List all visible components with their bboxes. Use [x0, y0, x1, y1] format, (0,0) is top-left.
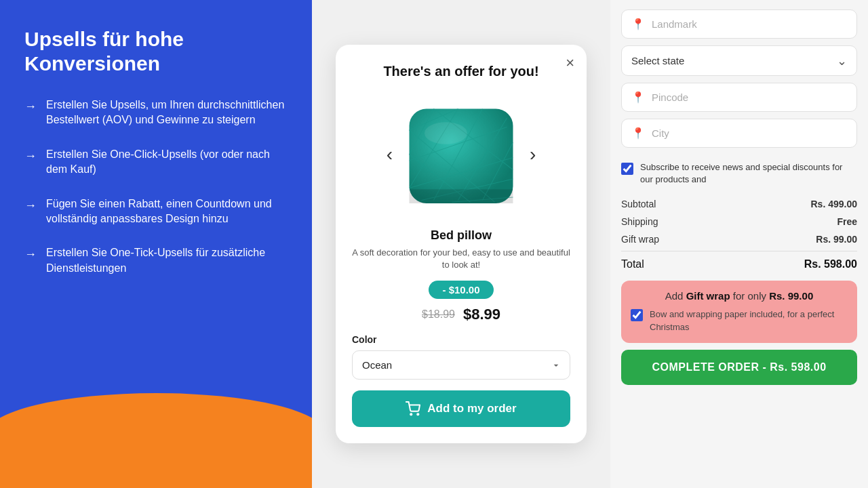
- total-value: Rs. 598.00: [804, 258, 857, 270]
- product-description: A soft decoration for your bed, easy to …: [352, 247, 570, 271]
- discount-pill: - $10.00: [429, 281, 493, 299]
- complete-order-button[interactable]: COMPLETE ORDER - Rs. 598.00: [621, 350, 857, 385]
- product-image: [397, 90, 526, 219]
- landmark-input[interactable]: [652, 18, 847, 30]
- landmark-field-group: 📍: [621, 9, 857, 39]
- feature-text: Erstellen Sie Upsells, um Ihren durchsch…: [46, 98, 288, 128]
- gift-for-text: for only: [733, 290, 769, 302]
- left-panel: Upsells für hohe Konversionen →Erstellen…: [0, 0, 312, 488]
- svg-rect-16: [410, 189, 513, 203]
- modal-title: There's an offer for you!: [352, 64, 570, 79]
- feature-text: Erstellen Sie One-Click-Upsells (vor ode…: [46, 147, 288, 178]
- cart-icon: [406, 401, 420, 416]
- subtotal-row: Subtotal Rs. 499.00: [621, 195, 857, 213]
- svg-point-14: [425, 122, 467, 144]
- feature-list: →Erstellen Sie Upsells, um Ihren durchsc…: [24, 98, 288, 276]
- subtotal-value: Rs. 499.00: [811, 199, 858, 209]
- add-to-order-label: Add to my order: [427, 402, 516, 415]
- state-select[interactable]: Select stateMaharashtraDelhiKarnatakaTam…: [631, 46, 837, 75]
- location-icon: 📍: [631, 18, 645, 30]
- gift-checkbox-text: Bow and wrapping paper included, for a p…: [650, 308, 848, 333]
- next-button[interactable]: ›: [526, 144, 540, 165]
- color-select[interactable]: OceanBlueGreenRed: [352, 350, 570, 380]
- product-name: Bed pillow: [352, 228, 570, 243]
- right-panel: 📍 Select stateMaharashtraDelhiKarnatakaT…: [610, 0, 868, 488]
- price-row: $18.99 $8.99: [352, 306, 570, 323]
- prev-button[interactable]: ‹: [382, 144, 397, 165]
- subscribe-checkbox[interactable]: [621, 163, 633, 175]
- close-button[interactable]: ×: [566, 56, 574, 70]
- total-row: Total Rs. 598.00: [621, 251, 857, 274]
- discount-badge: - $10.00: [352, 281, 570, 299]
- shipping-value: Free: [837, 216, 857, 227]
- shipping-row: Shipping Free: [621, 213, 857, 230]
- feature-text: Erstellen Sie One-Tick-Upsells für zusät…: [46, 245, 288, 276]
- gift-banner-bottom: Bow and wrapping paper included, for a p…: [631, 308, 848, 333]
- city-field-group: 📍: [621, 119, 857, 148]
- total-label: Total: [621, 258, 644, 270]
- arrow-icon: →: [24, 148, 37, 165]
- modal-card: × There's an offer for you! ‹: [336, 45, 587, 443]
- original-price: $18.99: [422, 308, 455, 321]
- feature-item: →Erstellen Sie One-Tick-Upsells für zusä…: [24, 245, 288, 276]
- location-icon-2: 📍: [631, 91, 645, 104]
- gift-checkbox[interactable]: [631, 309, 643, 321]
- arrow-icon: →: [24, 98, 37, 115]
- gift-bold-text: Gift wrap: [686, 290, 730, 302]
- shipping-label: Shipping: [621, 216, 658, 227]
- feature-item: →Erstellen Sie One-Click-Upsells (vor od…: [24, 147, 288, 178]
- location-icon-3: 📍: [631, 127, 645, 140]
- chevron-down-icon: ⌄: [837, 54, 847, 68]
- feature-item: →Erstellen Sie Upsells, um Ihren durchsc…: [24, 98, 288, 128]
- current-price: $8.99: [463, 306, 500, 323]
- svg-point-18: [418, 413, 419, 415]
- carousel-area: ‹: [352, 90, 570, 219]
- color-label: Color: [352, 334, 570, 345]
- svg-point-17: [410, 413, 412, 415]
- color-section: Color OceanBlueGreenRed: [352, 334, 570, 380]
- feature-item: →Fügen Sie einen Rabatt, einen Countdown…: [24, 197, 288, 227]
- order-summary: Subtotal Rs. 499.00 Shipping Free Gift w…: [610, 192, 868, 281]
- add-to-order-button[interactable]: Add to my order: [352, 390, 570, 427]
- gift-banner: Add Gift wrap for only Rs. 99.00 Bow and…: [621, 281, 857, 342]
- gift-wrap-value: Rs. 99.00: [816, 234, 857, 245]
- arrow-icon: →: [24, 246, 37, 263]
- city-input[interactable]: [652, 127, 847, 139]
- subscribe-row: Subscribe to receive news and special di…: [610, 155, 868, 192]
- subscribe-text: Subscribe to receive news and special di…: [640, 161, 857, 186]
- middle-panel: × There's an offer for you! ‹: [312, 0, 610, 488]
- feature-text: Fügen Sie einen Rabatt, einen Countdown …: [46, 197, 288, 227]
- gift-wrap-label: Gift wrap: [621, 234, 659, 245]
- pincode-input[interactable]: [652, 92, 847, 103]
- gift-wrap-row: Gift wrap Rs. 99.00: [621, 230, 857, 248]
- gift-add-text: Add: [665, 290, 686, 302]
- subtotal-label: Subtotal: [621, 199, 656, 209]
- state-select-group: Select stateMaharashtraDelhiKarnatakaTam…: [621, 45, 857, 76]
- form-section: 📍 Select stateMaharashtraDelhiKarnatakaT…: [610, 0, 868, 155]
- gift-banner-title: Add Gift wrap for only Rs. 99.00: [631, 290, 848, 302]
- left-title: Upsells für hohe Konversionen: [24, 27, 288, 76]
- arrow-icon: →: [24, 197, 37, 214]
- gift-price: Rs. 99.00: [769, 290, 813, 302]
- pincode-field-group: 📍: [621, 83, 857, 112]
